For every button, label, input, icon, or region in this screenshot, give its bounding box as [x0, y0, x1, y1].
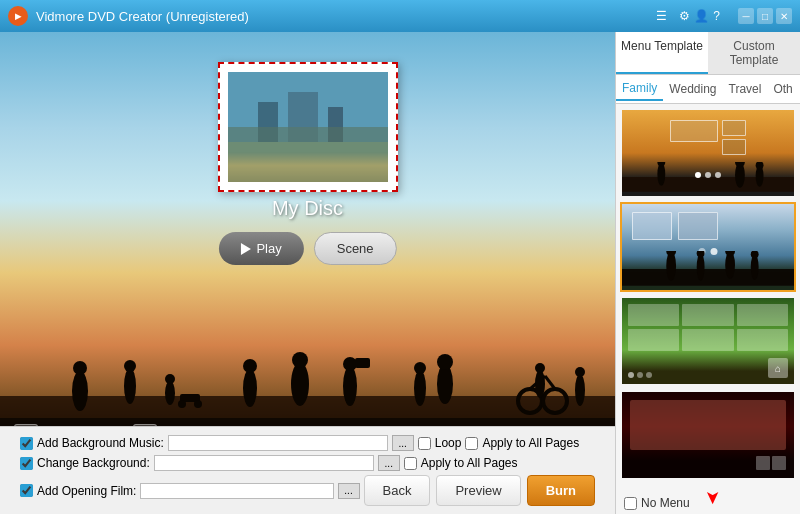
minimize-button[interactable]: ─ [738, 8, 754, 24]
svg-point-45 [666, 251, 676, 256]
options-bar: Add Background Music: ... Loop Apply to … [0, 426, 615, 514]
settings-icon[interactable]: ⚙ [679, 9, 690, 23]
change-bg-apply-checkbox[interactable] [404, 457, 417, 470]
preview-panel: My Disc Play Scene [0, 32, 615, 514]
opening-film-input[interactable] [140, 483, 333, 499]
template-tabs: Menu Template Custom Template [616, 32, 800, 75]
cat-travel[interactable]: Travel [723, 78, 768, 100]
change-bg-checkbox[interactable] [20, 457, 33, 470]
loop-label: Loop [435, 436, 462, 450]
svg-point-18 [243, 359, 257, 373]
svg-point-10 [124, 368, 136, 404]
svg-point-24 [414, 370, 426, 406]
template-thumb-1[interactable] [620, 108, 796, 198]
svg-point-34 [575, 374, 585, 406]
action-buttons: Back Preview Burn [364, 475, 596, 506]
user-icon[interactable]: 👤 [694, 9, 709, 23]
disc-cover-stamp[interactable] [218, 62, 398, 192]
opening-film-label: Add Opening Film: [37, 484, 136, 498]
template-panel: Menu Template Custom Template Family Wed… [615, 32, 800, 514]
play-button[interactable]: Play [218, 232, 303, 265]
svg-point-38 [657, 162, 665, 166]
svg-point-20 [292, 352, 308, 368]
no-menu-label: No Menu [641, 496, 690, 510]
window-controls: ☰ ⚙ 👤 ? ─ □ ✕ [656, 8, 792, 24]
bg-music-input[interactable] [168, 435, 388, 451]
svg-point-33 [535, 363, 545, 373]
tab-menu-template[interactable]: Menu Template [616, 32, 708, 74]
maximize-button[interactable]: □ [757, 8, 773, 24]
svg-point-21 [343, 366, 357, 406]
bg-music-checkbox[interactable] [20, 437, 33, 450]
svg-point-13 [165, 374, 175, 384]
bg-music-apply-label: Apply to All Pages [482, 436, 579, 450]
cover-image [228, 72, 388, 182]
template-thumb-4[interactable] [620, 390, 796, 480]
close-button[interactable]: ✕ [776, 8, 792, 24]
template-list: ⌂ [616, 104, 800, 492]
svg-point-27 [437, 354, 453, 370]
change-bg-input[interactable] [154, 455, 374, 471]
svg-point-46 [697, 253, 705, 281]
svg-line-31 [545, 376, 555, 389]
app-title: Vidmore DVD Creator (Unregistered) [36, 9, 656, 24]
svg-point-9 [73, 361, 87, 375]
menu-icon[interactable]: ☰ [656, 9, 667, 23]
svg-point-11 [124, 360, 136, 372]
template-thumb-3[interactable]: ⌂ [620, 296, 796, 386]
no-menu-checkbox[interactable] [624, 497, 637, 510]
svg-point-12 [165, 381, 175, 405]
red-arrow-icon: ➤ [702, 490, 724, 505]
app-logo: ▶ [8, 6, 28, 26]
change-bg-label: Change Background: [37, 456, 150, 470]
burn-button[interactable]: Burn [527, 475, 595, 506]
svg-point-32 [535, 370, 545, 398]
change-bg-apply-label: Apply to All Pages [421, 456, 518, 470]
svg-point-35 [575, 367, 585, 377]
svg-rect-23 [355, 358, 370, 368]
svg-point-51 [751, 251, 759, 258]
disc-title: My Disc [272, 197, 343, 220]
back-button[interactable]: Back [364, 475, 431, 506]
scene-button[interactable]: Scene [314, 232, 397, 265]
bg-music-row: Add Background Music: ... Loop Apply to … [10, 431, 605, 453]
playback-controls: Play Scene [218, 232, 396, 265]
change-bg-browse-button[interactable]: ... [378, 455, 400, 471]
cat-family[interactable]: Family [616, 77, 663, 101]
main-layout: My Disc Play Scene [0, 32, 800, 514]
category-tabs: Family Wedding Travel Oth ❯ [616, 75, 800, 104]
titlebar: ▶ Vidmore DVD Creator (Unregistered) ☰ ⚙… [0, 0, 800, 32]
cat-wedding[interactable]: Wedding [663, 78, 722, 100]
cat-other[interactable]: Oth [767, 78, 798, 100]
bg-music-browse-button[interactable]: ... [392, 435, 414, 451]
svg-point-25 [414, 362, 426, 374]
svg-point-15 [178, 400, 186, 408]
opening-film-browse-button[interactable]: ... [338, 483, 360, 499]
bg-music-apply-checkbox[interactable] [465, 437, 478, 450]
svg-point-22 [343, 357, 357, 371]
svg-point-47 [697, 251, 705, 257]
svg-point-19 [291, 362, 309, 406]
loop-checkbox[interactable] [418, 437, 431, 450]
svg-point-16 [194, 400, 202, 408]
svg-rect-6 [228, 142, 388, 182]
opening-film-row: Add Opening Film: ... Back Preview Burn [10, 473, 605, 510]
svg-rect-36 [622, 177, 794, 192]
svg-point-8 [72, 371, 88, 411]
change-bg-row: Change Background: ... Apply to All Page… [10, 453, 605, 473]
template-thumb-2[interactable] [620, 202, 796, 292]
svg-rect-43 [622, 269, 794, 286]
tab-custom-template[interactable]: Custom Template [708, 32, 800, 74]
opening-film-checkbox[interactable] [20, 484, 33, 497]
help-icon[interactable]: ? [713, 9, 720, 23]
svg-point-42 [756, 162, 764, 169]
play-icon [240, 243, 250, 255]
bg-music-label: Add Background Music: [37, 436, 164, 450]
preview-button[interactable]: Preview [436, 475, 520, 506]
svg-point-17 [243, 369, 257, 407]
